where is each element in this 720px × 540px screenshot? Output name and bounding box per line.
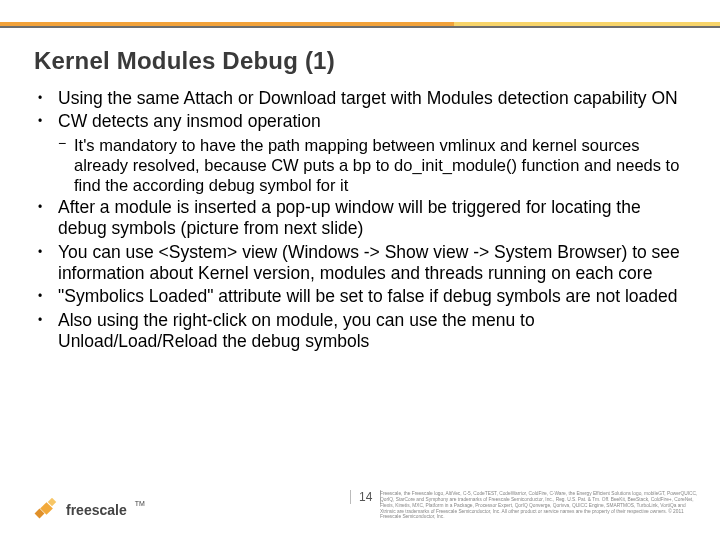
list-item: Also using the right-click on module, yo… — [34, 310, 694, 353]
brand-text: freescale — [66, 502, 127, 518]
slide: Kernel Modules Debug (1) Using the same … — [0, 0, 720, 540]
legal-text: Freescale, the Freescale logo, AltiVec, … — [380, 491, 700, 520]
list-item: It's mandatory to have the path mapping … — [34, 135, 694, 195]
brand-logo: freescale TM — [34, 498, 145, 522]
bullet-text: "Symbolics Loaded" attribute will be set… — [58, 286, 677, 306]
list-item: CW detects any insmod operation — [34, 111, 694, 132]
list-item: You can use <System> view (Windows -> Sh… — [34, 242, 694, 285]
bullet-text: Also using the right-click on module, yo… — [58, 310, 535, 351]
list-item: After a module is inserted a pop-up wind… — [34, 197, 694, 240]
slide-title: Kernel Modules Debug (1) — [34, 47, 335, 75]
bullet-text: CW detects any insmod operation — [58, 111, 321, 131]
bullet-text: Using the same Attach or Download target… — [58, 88, 678, 108]
footer: freescale TM 14 Freescale, the Freescale… — [0, 472, 720, 532]
list-item: Using the same Attach or Download target… — [34, 88, 694, 109]
page-number: 14 — [350, 490, 381, 504]
accent-bar-under — [0, 26, 720, 28]
bullet-text: You can use <System> view (Windows -> Sh… — [58, 242, 680, 283]
bullet-text: After a module is inserted a pop-up wind… — [58, 197, 641, 238]
list-item: "Symbolics Loaded" attribute will be set… — [34, 286, 694, 307]
content-area: Using the same Attach or Download target… — [34, 88, 694, 354]
trademark-icon: TM — [135, 500, 145, 507]
freescale-icon — [34, 498, 60, 522]
bullet-text: It's mandatory to have the path mapping … — [74, 136, 679, 194]
bullet-list: Using the same Attach or Download target… — [34, 88, 694, 352]
